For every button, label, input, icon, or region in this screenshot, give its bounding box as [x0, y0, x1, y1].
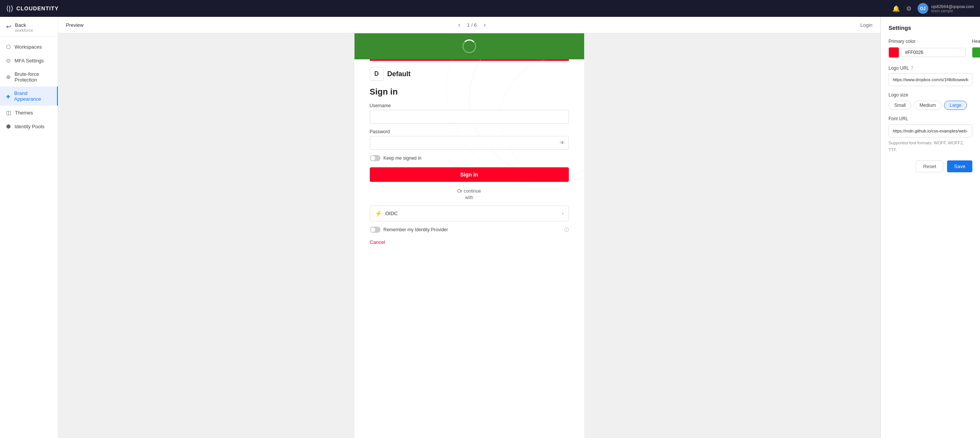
logo-url-label: Logo URL: [889, 65, 909, 71]
sidebar-item-label: Brute-force Protection: [15, 71, 52, 83]
back-button[interactable]: ↩ Back workforce: [0, 17, 58, 37]
sidebar: ↩ Back workforce ⬡ Workspaces ⊙ MFA Sett…: [0, 17, 58, 438]
logo-size-large[interactable]: Large: [944, 101, 967, 110]
app-name: CLOUDENTITY: [16, 5, 59, 11]
form-title: Sign in: [370, 87, 569, 97]
oidc-label: OIDC: [385, 211, 398, 216]
preview-nav: ‹ 1 / 6 ›: [456, 21, 488, 29]
logo-url-help-icon[interactable]: ?: [911, 65, 913, 71]
preview-panel: Preview ‹ 1 / 6 › Login: [58, 17, 880, 438]
eye-icon[interactable]: 👁: [560, 140, 565, 146]
settings-actions: Reset Save: [889, 160, 972, 172]
brand-initial: D: [370, 67, 384, 81]
next-page-button[interactable]: ›: [481, 21, 488, 29]
user-info[interactable]: OJ ojs82664@qopow.com team sample: [918, 3, 974, 14]
remember-info-icon[interactable]: ⓘ: [564, 227, 569, 233]
sidebar-item-label: Identity Pools: [15, 124, 44, 129]
brute-force-icon: ⊛: [6, 74, 11, 80]
logo-size-section: Logo size Small Medium Large: [889, 92, 972, 110]
preview-page-name: Login: [860, 22, 872, 28]
primary-color-field: Primary color: [889, 39, 966, 58]
brand-icon: ◈: [6, 93, 10, 99]
identity-pools-icon: ⬢: [6, 123, 11, 129]
font-url-input[interactable]: [889, 124, 972, 137]
sidebar-item-themes[interactable]: ◫ Themes: [0, 106, 58, 119]
preview-label: Preview: [66, 22, 83, 28]
username-label: Username: [370, 103, 569, 108]
mockup-form: Sign in Username Password 👁: [354, 84, 584, 254]
avatar: OJ: [918, 3, 928, 14]
preview-page-count: 1 / 6: [467, 22, 477, 28]
logo-size-small[interactable]: Small: [889, 101, 911, 110]
mockup-body: D Default Sign in Username Password: [354, 59, 584, 254]
prev-page-button[interactable]: ‹: [456, 21, 462, 29]
color-settings-row: Primary color Header color: [889, 39, 972, 58]
header-color-label: Header color: [972, 39, 980, 44]
cancel-link[interactable]: Cancel: [370, 239, 569, 245]
font-formats-note: Supported font formats: WOFF, WOFF2, TTF…: [889, 141, 964, 152]
sidebar-item-label: Brand Appearance: [14, 90, 51, 102]
sidebar-item-label: Themes: [15, 110, 33, 116]
sidebar-item-identity-pools[interactable]: ⬢ Identity Pools: [0, 119, 58, 133]
font-url-label: Font URL: [889, 116, 972, 121]
back-sub-label: workforce: [15, 28, 33, 33]
reset-button[interactable]: Reset: [916, 160, 943, 172]
settings-panel: Settings Primary color Header color: [880, 17, 980, 438]
primary-color-label: Primary color: [889, 39, 966, 44]
sidebar-item-label: Workspaces: [15, 44, 42, 50]
oidc-option[interactable]: ⚡ OIDC ›: [370, 206, 569, 221]
remember-label: Remember my Identity Provider: [384, 227, 448, 232]
back-arrow-icon: ↩: [6, 23, 11, 30]
remember-row: Remember my Identity Provider ⓘ: [370, 227, 569, 233]
cloudidentity-logo-icon: ⟨|⟩: [6, 4, 13, 13]
save-button[interactable]: Save: [947, 160, 972, 172]
header-color-field: Header color: [972, 39, 980, 58]
logo-size-buttons: Small Medium Large: [889, 101, 972, 110]
preview-mockup: D Default Sign in Username Password: [354, 33, 584, 438]
primary-color-swatch[interactable]: [889, 47, 899, 58]
sign-in-button[interactable]: Sign in: [370, 167, 569, 182]
preview-content: D Default Sign in Username Password: [58, 33, 880, 438]
keep-signed-row: Keep me signed in: [370, 155, 569, 161]
user-email: ojs82664@qopow.com: [931, 4, 974, 9]
username-field-group: Username: [370, 103, 569, 124]
settings-title: Settings: [889, 25, 972, 31]
sidebar-item-brand-appearance[interactable]: ◈ Brand Appearance: [0, 87, 58, 106]
user-team: team sample: [931, 9, 974, 13]
brand-row: D Default: [354, 61, 584, 84]
back-label: Back: [15, 22, 33, 28]
keep-signed-label: Keep me signed in: [384, 155, 421, 161]
oidc-arrow-icon: ›: [562, 210, 564, 216]
logo-size-label: Logo size: [889, 92, 972, 98]
top-navigation: ⟨|⟩ CLOUDENTITY 🔔 ⚙ OJ ojs82664@qopow.co…: [0, 0, 980, 17]
remember-toggle[interactable]: [370, 227, 381, 233]
font-url-section: Font URL Supported font formats: WOFF, W…: [889, 116, 972, 153]
logo-url-section: Logo URL ?: [889, 65, 972, 92]
or-continue-text: Or continuewith: [370, 188, 569, 201]
sidebar-item-workspaces[interactable]: ⬡ Workspaces: [0, 40, 58, 54]
sidebar-item-mfa[interactable]: ⊙ MFA Settings: [0, 54, 58, 67]
gear-icon[interactable]: ⚙: [906, 5, 911, 12]
primary-color-input[interactable]: [902, 48, 966, 57]
notification-icon[interactable]: 🔔: [892, 5, 900, 12]
sidebar-item-label: MFA Settings: [15, 58, 44, 64]
header-color-swatch[interactable]: [972, 47, 980, 58]
logo-size-medium[interactable]: Medium: [914, 101, 942, 110]
password-label: Password: [370, 129, 569, 134]
keep-signed-toggle[interactable]: [370, 155, 381, 161]
sidebar-item-brute-force[interactable]: ⊛ Brute-force Protection: [0, 67, 58, 87]
brand-name: Default: [387, 70, 411, 78]
mockup-header-bar: [354, 33, 584, 59]
preview-header: Preview ‹ 1 / 6 › Login: [58, 17, 880, 33]
username-input[interactable]: [370, 110, 569, 124]
password-field-group: Password 👁: [370, 129, 569, 150]
oidc-icon: ⚡: [375, 210, 382, 217]
themes-icon: ◫: [6, 110, 11, 116]
sidebar-nav: ⬡ Workspaces ⊙ MFA Settings ⊛ Brute-forc…: [0, 37, 58, 136]
loading-spinner: [462, 39, 476, 53]
password-input[interactable]: [370, 136, 569, 150]
workspaces-icon: ⬡: [6, 44, 11, 50]
mfa-icon: ⊙: [6, 57, 11, 64]
logo-url-input[interactable]: [889, 73, 972, 86]
